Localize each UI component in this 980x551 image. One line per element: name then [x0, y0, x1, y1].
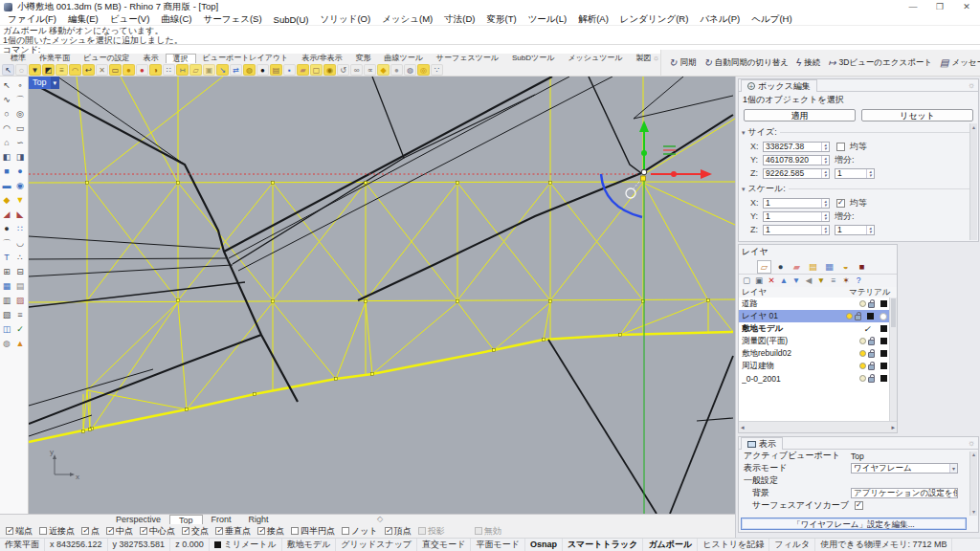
osnap-vertex-checkbox[interactable]: 頂点: [385, 525, 412, 538]
circle-tool-icon[interactable]: ○: [0, 107, 13, 121]
spinner-icon[interactable]: [866, 169, 874, 178]
viewport-title[interactable]: Top ▾: [29, 77, 59, 89]
layer-color-swatch[interactable]: [880, 300, 887, 307]
select-filter-icon[interactable]: ▼: [29, 64, 41, 76]
menu-surface[interactable]: サーフェス(S): [198, 13, 268, 26]
ellipse-tool-icon[interactable]: ◎: [13, 107, 27, 121]
rectangle-tool-icon[interactable]: ▭: [13, 121, 27, 136]
toolbar-tab-viewport-layout[interactable]: ビューポートレイアウト: [196, 54, 296, 63]
point-tool-icon[interactable]: ∘: [13, 78, 27, 93]
position-section-header[interactable]: ▾位置:: [739, 236, 978, 242]
layer-color-swatch[interactable]: [880, 338, 887, 344]
export-3d-view-button[interactable]: ↦3Dビューのエクスポート: [824, 57, 936, 69]
toolbar-tab-surface-tools[interactable]: サーフェスツール: [430, 54, 505, 63]
move-down-icon[interactable]: ▼: [791, 276, 802, 286]
osnap-project-checkbox[interactable]: 投影: [418, 525, 445, 538]
scale-section-header[interactable]: ▾スケール:: [739, 180, 978, 196]
hatch-tool-icon[interactable]: ▤: [13, 279, 27, 294]
layer-row-0-0-2001[interactable]: _0-0_2001✓: [739, 372, 889, 385]
menu-help[interactable]: ヘルプ(H): [746, 13, 797, 26]
layer-visibility-icon[interactable]: [859, 300, 866, 307]
layer-lock-icon[interactable]: [868, 352, 875, 358]
box-edit-scrollbar[interactable]: ▴: [969, 123, 977, 240]
panel-tab-folder-icon[interactable]: ▤: [806, 260, 820, 274]
menu-solid[interactable]: ソリッド(O): [315, 13, 377, 26]
extrude-tool-icon[interactable]: ◆: [0, 193, 13, 208]
size-y-input[interactable]: 461078.920: [763, 155, 830, 165]
gumball-menu-handle[interactable]: [626, 188, 635, 198]
layer-material-icon[interactable]: [880, 313, 887, 320]
osnap-end-checkbox[interactable]: 端点: [6, 525, 33, 538]
spinner-icon[interactable]: [866, 226, 874, 234]
select-duplicates-icon[interactable]: ∺: [176, 64, 189, 76]
select-chain-icon[interactable]: ∞: [350, 64, 363, 76]
edit-wireframe-settings-button[interactable]: 「ワイヤフレーム」設定を編集...: [741, 518, 967, 530]
select-by-color-icon[interactable]: ●: [136, 64, 148, 76]
status-cplane[interactable]: 作業平面: [0, 539, 45, 551]
background-select[interactable]: アプリケーションの設定を使用▾: [851, 488, 958, 498]
gumball-x-scale-handle[interactable]: [671, 171, 677, 177]
layer-color-swatch[interactable]: [880, 325, 887, 332]
select-pointer-icon[interactable]: ↖: [2, 64, 14, 76]
spinner-icon[interactable]: [821, 156, 829, 165]
select-globe-icon[interactable]: ◍: [404, 64, 416, 76]
pipe-tool-icon[interactable]: ◫: [0, 322, 13, 337]
apply-button[interactable]: 適用: [744, 109, 856, 121]
layers-vertical-scrollbar[interactable]: [889, 298, 897, 421]
layer-lock-icon[interactable]: [868, 364, 875, 370]
osnap-disable-checkbox[interactable]: 無効: [475, 525, 501, 538]
status-memory[interactable]: 使用できる物理メモリ: 7712 MB: [815, 539, 952, 551]
display-mode-select[interactable]: ワイヤフレーム▾: [851, 463, 958, 474]
select-connected-icon[interactable]: ∝: [364, 64, 376, 76]
osnap-tangent-checkbox[interactable]: 接点: [257, 525, 284, 538]
select-brush-icon[interactable]: ▰: [297, 64, 309, 76]
menu-transform[interactable]: 変形(T): [480, 13, 522, 26]
layer-visibility-icon[interactable]: [846, 313, 853, 320]
close-button[interactable]: ✕: [953, 0, 980, 13]
menu-view[interactable]: ビュー(V): [104, 13, 156, 26]
viewport-top[interactable]: y x Top ▾: [29, 77, 735, 514]
select-points-icon[interactable]: ✕: [96, 64, 108, 76]
layer-row-site-model[interactable]: 敷地モデル✓: [739, 322, 889, 335]
spheres-tool-icon[interactable]: ◍: [0, 337, 13, 351]
viewport-title-dropdown-icon[interactable]: ▾: [51, 77, 60, 89]
osnap-perpendicular-checkbox[interactable]: 垂直点: [215, 525, 251, 538]
block-tool-icon[interactable]: ⊞: [0, 265, 13, 279]
toolbar-gear-icon[interactable]: ☼: [653, 54, 659, 63]
select-radiation-icon[interactable]: ◎: [417, 64, 430, 76]
layer-lock-icon[interactable]: [855, 315, 861, 320]
box-edit-tab[interactable]: ボックス編集: [741, 79, 817, 92]
size-section-header[interactable]: ▾サイズ:: [739, 123, 978, 140]
minimize-button[interactable]: —: [900, 0, 926, 13]
select-groups-icon[interactable]: ∷: [163, 64, 175, 76]
select-previous-icon[interactable]: ◠: [69, 64, 81, 76]
curve-extend-tool-icon[interactable]: ◡: [13, 236, 27, 251]
size-z-input[interactable]: 92262.585: [763, 168, 830, 179]
osnap-knot-checkbox[interactable]: ノット: [342, 525, 378, 538]
cone-tool-icon[interactable]: ▲: [13, 337, 27, 351]
curve-control-tool-icon[interactable]: ⌒: [13, 93, 27, 107]
fillet-tool-icon[interactable]: ◢: [0, 208, 13, 222]
select-volume-icon[interactable]: ◍: [243, 64, 256, 76]
select-page-icon[interactable]: ▢: [310, 64, 323, 76]
select-swap-icon[interactable]: ⇄: [230, 64, 242, 76]
gumball-widget[interactable]: [29, 121, 712, 514]
select-drag-icon[interactable]: ↘: [216, 64, 229, 76]
osnap-mid-checkbox[interactable]: 中点: [106, 525, 133, 538]
column-tool-icon[interactable]: ▨: [13, 294, 27, 308]
menu-tools[interactable]: ツール(L): [523, 13, 573, 26]
panel-tab-record-icon[interactable]: ■: [855, 260, 869, 274]
tools-icon[interactable]: ✶: [840, 276, 852, 286]
filter-icon[interactable]: ▼: [815, 276, 827, 286]
chamfer-tool-icon[interactable]: ◣: [13, 208, 27, 222]
status-gumball[interactable]: ガムボール: [643, 539, 698, 551]
curve-fillet-tool-icon[interactable]: ⌒: [0, 236, 13, 251]
move-up-icon[interactable]: ▲: [778, 276, 790, 286]
select-surfaces-icon[interactable]: ●: [122, 64, 135, 76]
panel-tab-render-icon[interactable]: ●: [773, 260, 788, 274]
rows-tool-icon[interactable]: ≡: [13, 308, 27, 322]
new-sublayer-icon[interactable]: ▣: [753, 276, 765, 286]
select-shell-icon[interactable]: ◉: [323, 64, 336, 76]
array-tool-icon[interactable]: ▦: [0, 279, 13, 294]
spinner-icon[interactable]: [821, 212, 829, 221]
